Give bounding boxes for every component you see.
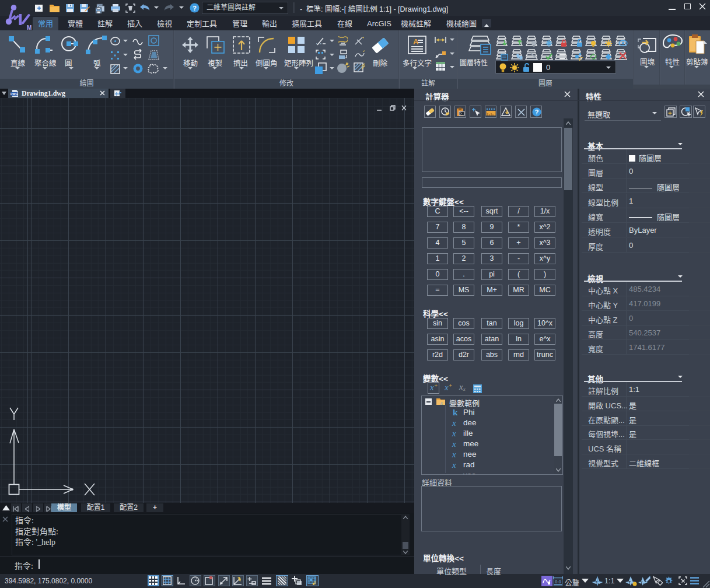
svg-text:DWG: DWG (11, 92, 18, 96)
svg-text:?: ? (193, 5, 197, 12)
svg-text:0.0: 0.0 (555, 579, 562, 584)
svg-text:A: A (413, 37, 419, 46)
svg-text:?: ? (535, 108, 539, 116)
svg-text:x: x (440, 400, 443, 405)
svg-text:M: M (27, 24, 32, 30)
